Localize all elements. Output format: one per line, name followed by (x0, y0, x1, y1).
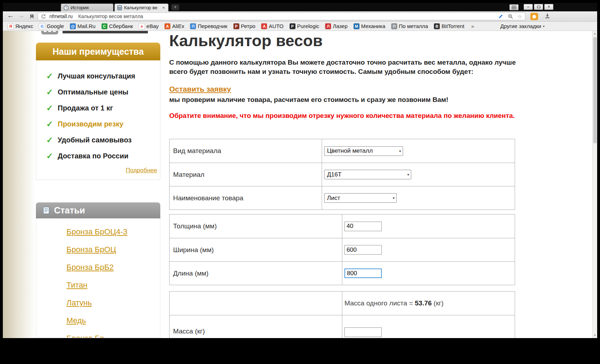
mass-input[interactable] (344, 327, 382, 337)
tab-close-icon[interactable]: × (161, 5, 166, 10)
url-page-title: Калькулятор весов металла (78, 13, 143, 19)
yandex-badge[interactable]: Я (30, 13, 34, 19)
advantage-text: Удобный самовывоз (58, 136, 132, 144)
aliexpress-favicon-icon: A (165, 23, 170, 29)
maximize-button[interactable] (534, 4, 543, 10)
bookmark-sberbank[interactable]: С Сбербанк (102, 23, 133, 29)
page-left-gradient (3, 31, 36, 338)
form-row: Наименование товара Лист ▾ (170, 186, 515, 210)
bookmark-label: Ретро (241, 23, 256, 29)
bookmark-label: Лазер (333, 23, 347, 29)
mass-value: 53.76 (415, 299, 432, 307)
advantage-item: ✓ Производим резку (36, 116, 160, 132)
other-bookmarks-button[interactable]: Другие закладки ▾ (500, 23, 545, 29)
bookmark-ebay[interactable]: e eBay (139, 23, 159, 29)
tab-calculator[interactable]: Калькулятор ве × (114, 4, 168, 11)
bookmark-label: AliEx (172, 23, 184, 29)
scroll-down-arrow[interactable]: ▼ (593, 333, 597, 338)
bookmark-label: Сбербанк (109, 23, 133, 29)
address-bar[interactable]: nfmetall.ru Калькулятор весов металла ☆ (38, 12, 525, 20)
purelogic-favicon-icon: P (290, 23, 295, 29)
bookmark-aliexpress[interactable]: A AliEx (165, 23, 184, 29)
advantages-title: Наши преимущества (36, 43, 160, 60)
screenshot-frame: Ответить • Ста История Калькулятор ве × … (0, 0, 600, 364)
articles-header: Статьи (36, 202, 160, 218)
advantage-text: Оптимальные цены (58, 88, 128, 96)
material-select[interactable]: Д16Т ▾ (324, 170, 411, 179)
tab-history[interactable]: История (61, 4, 113, 11)
window-controls: – × (524, 4, 553, 10)
site-logo-underline (63, 31, 148, 33)
other-bookmarks-label: Другие закладки (500, 23, 541, 29)
article-link[interactable]: Бронза БрОЦ (66, 245, 160, 254)
bookmark-mailru[interactable]: @ Mail.Ru (70, 23, 96, 29)
scrollbar-thumb[interactable] (593, 37, 597, 143)
thickness-input[interactable] (344, 222, 382, 231)
product-select[interactable]: Лист ▾ (324, 193, 397, 203)
article-link[interactable]: Бронза БрОЦ4-3 (66, 228, 160, 236)
field-label: Толщина (мм) (173, 222, 217, 230)
form-cell-control (342, 262, 515, 285)
material-type-select[interactable]: Цветной металл ▾ (324, 146, 403, 156)
width-input[interactable] (344, 245, 382, 255)
article-link[interactable]: Медь (66, 316, 160, 325)
downloads-icon[interactable] (545, 13, 550, 20)
bookmark-retro[interactable]: Р Ретро (234, 23, 256, 29)
edit-pencil-icon[interactable] (498, 14, 503, 19)
request-link[interactable]: Оставить заявку (169, 85, 231, 93)
advisor-extension-icon[interactable] (530, 13, 538, 20)
form-row: Вид материала Цветной металл ▾ (170, 139, 515, 163)
bookmark-purelogic[interactable]: P Purelogic (290, 23, 320, 29)
article-link[interactable]: Бронза БрБ2 (66, 263, 160, 272)
bookmark-bittorrent[interactable]: B BitTorrent (434, 23, 464, 29)
advantage-item: ✓ Лучшая консультация (36, 68, 160, 84)
bookmark-yandex[interactable]: Я Яндекс (8, 23, 33, 29)
article-link[interactable]: Титан (66, 281, 160, 289)
bookmark-translator[interactable]: П Переводчик (190, 23, 227, 29)
bookmark-label: По металла (399, 23, 428, 29)
browser-window: Ответить • Ста История Калькулятор ве × … (3, 3, 597, 338)
page-viewport: Наши преимущества ✓ Лучшая консультация … (3, 31, 597, 338)
tab-list-button[interactable] (509, 4, 519, 10)
length-input[interactable] (344, 268, 382, 278)
scroll-up-arrow[interactable]: ▲ (593, 31, 597, 36)
reload-icon[interactable] (41, 14, 46, 19)
form-cell-control: Лист ▾ (322, 186, 515, 210)
field-label: Длина (мм) (173, 270, 209, 277)
article-link[interactable]: Латунь (66, 299, 160, 307)
bookmarks-bar: Я Яндекс G Google @ Mail.Ru С Сбербанк e… (3, 22, 597, 31)
field-label: Материал (173, 171, 204, 179)
back-button[interactable]: ← (7, 12, 14, 20)
dimensions-table: Толщина (мм) Ширина (мм) Д (169, 214, 515, 285)
bookmark-label: Механика (361, 23, 385, 29)
advantage-item: ✓ Продажа от 1 кг (36, 100, 160, 116)
bookmark-star-icon[interactable]: ☆ (518, 14, 522, 19)
tab-bar: Ответить • Ста История Калькулятор ве × … (3, 3, 597, 11)
calculator-content: Калькулятор весов С помощью данного каль… (169, 31, 516, 338)
more-link[interactable]: Подробнее (126, 167, 157, 174)
zoom-icon[interactable] (508, 14, 513, 19)
translator-favicon-icon: П (190, 23, 196, 29)
field-label: Наименование товара (173, 194, 243, 202)
close-button[interactable]: × (544, 4, 553, 10)
select-value: Д16Т (327, 171, 342, 178)
bookmark-auto[interactable]: A AUTO (261, 23, 283, 29)
form-row: Толщина (мм) (170, 214, 515, 238)
page-title: Калькулятор весов (169, 32, 323, 50)
new-tab-button[interactable]: + (171, 4, 179, 10)
article-link-partial[interactable]: Бронза Бр (66, 334, 160, 338)
forward-button[interactable]: → (18, 12, 25, 20)
bookmark-google[interactable]: G Google (39, 23, 64, 29)
bookmark-mechanics[interactable]: М Механика (354, 23, 385, 29)
bookmarks-overflow-chevron[interactable]: » (471, 23, 474, 29)
mailru-favicon-icon: @ (70, 23, 76, 29)
bookmark-laser[interactable]: Л Лазер (325, 23, 347, 29)
advantage-item: ✓ Доставка по России (36, 148, 160, 164)
bookmark-po-metallam[interactable]: П По металла (391, 23, 428, 29)
form-cell-control: Д16Т ▾ (322, 163, 515, 186)
document-icon (43, 207, 49, 214)
scrollbar[interactable]: ▲ ▼ (592, 31, 597, 338)
form-cell-control (342, 238, 515, 261)
bookmark-label: Google (47, 23, 64, 29)
minimize-button[interactable]: – (524, 4, 533, 10)
